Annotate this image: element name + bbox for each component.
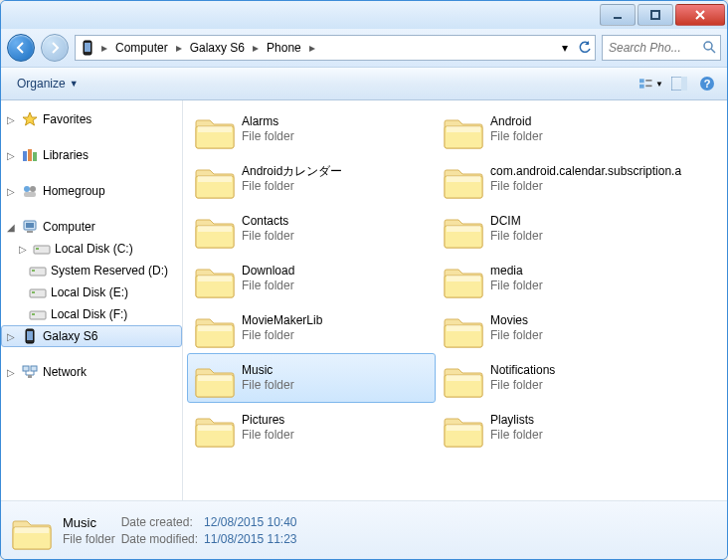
folder-icon (443, 407, 484, 449)
folder-item[interactable]: PlaylistsFile folder (436, 403, 684, 453)
folder-icon (194, 307, 236, 349)
folder-type: File folder (242, 279, 294, 293)
organize-button[interactable]: Organize ▼ (9, 73, 87, 94)
folder-name: Android (490, 114, 543, 129)
sidebar-drive-c[interactable]: ▷Local Disk (C:) (1, 238, 182, 260)
titlebar[interactable] (1, 1, 727, 29)
toolbar: Organize ▼ ▼ ? (1, 67, 727, 100)
folder-item[interactable]: ContactsFile folder (187, 204, 436, 254)
search-icon (702, 40, 716, 57)
sidebar-drive-e[interactable]: Local Disk (E:) (1, 281, 182, 303)
folder-item[interactable]: MovieMakerLibFile folder (187, 303, 436, 353)
address-dropdown-button[interactable]: ▾ (555, 37, 575, 59)
folder-icon (194, 407, 236, 449)
forward-button[interactable] (41, 34, 69, 62)
folder-icon (443, 307, 484, 349)
address-bar[interactable]: ▸ Computer ▸ Galaxy S6 ▸ Phone ▸ ▾ (75, 35, 596, 61)
details-created-value: 12/08/2015 10:40 (204, 515, 296, 529)
folder-item[interactable]: mediaFile folder (436, 254, 684, 303)
chevron-right-icon[interactable]: ▷ (5, 114, 17, 125)
network-icon (21, 364, 39, 380)
chevron-right-icon[interactable]: ▷ (5, 150, 17, 161)
chevron-right-icon[interactable]: ▷ (5, 367, 17, 378)
drive-icon (29, 306, 47, 322)
search-input[interactable] (607, 40, 702, 56)
sidebar-phone[interactable]: ▷Galaxy S6 (1, 325, 182, 347)
folder-type: File folder (242, 428, 294, 443)
folder-name: Contacts (242, 214, 294, 229)
folder-item[interactable]: NotificationsFile folder (436, 353, 684, 403)
sidebar-libraries[interactable]: ▷Libraries (1, 144, 182, 166)
svg-rect-22 (645, 86, 651, 88)
homegroup-icon (21, 183, 39, 199)
folder-item[interactable]: DownloadFile folder (187, 254, 436, 303)
sidebar-drive-d[interactable]: System Reserved (D:) (1, 260, 182, 281)
details-name: Music (63, 515, 115, 530)
svg-point-18 (704, 42, 712, 50)
sidebar-favorites[interactable]: ▷Favorites (1, 108, 182, 130)
svg-rect-21 (645, 80, 651, 82)
search-box[interactable] (602, 35, 721, 61)
folder-type: File folder (490, 179, 681, 194)
chevron-down-icon[interactable]: ◢ (5, 222, 17, 233)
folder-icon (194, 258, 236, 299)
folder-item[interactable]: MoviesFile folder (436, 303, 684, 353)
folder-type: File folder (242, 378, 294, 393)
breadcrumb-folder[interactable]: Phone (261, 39, 307, 57)
svg-text:?: ? (704, 78, 711, 90)
phone-icon (78, 38, 97, 58)
breadcrumb-device[interactable]: Galaxy S6 (184, 39, 251, 57)
folder-item[interactable]: AndroidFile folder (436, 104, 684, 154)
chevron-right-icon[interactable]: ▸ (174, 41, 184, 55)
svg-rect-24 (681, 77, 687, 91)
folder-content[interactable]: AlarmsFile folderAndroidFile folderAndro… (183, 100, 727, 500)
chevron-right-icon[interactable]: ▷ (5, 331, 17, 342)
refresh-button[interactable] (575, 37, 595, 59)
chevron-right-icon[interactable]: ▷ (5, 186, 17, 197)
close-button[interactable] (675, 4, 725, 26)
folder-type: File folder (490, 378, 555, 393)
folder-name: Movies (490, 313, 543, 328)
minimize-button[interactable] (600, 4, 636, 26)
folder-item[interactable]: DCIMFile folder (436, 204, 684, 254)
chevron-down-icon: ▼ (70, 79, 79, 89)
folder-item[interactable]: AndroidカレンダーFile folder (187, 154, 436, 204)
folder-item[interactable]: AlarmsFile folder (187, 104, 436, 154)
chevron-right-icon[interactable]: ▸ (307, 41, 317, 55)
chevron-right-icon[interactable]: ▸ (251, 41, 261, 55)
folder-type: File folder (242, 129, 294, 144)
sidebar-drive-f[interactable]: Local Disk (F:) (1, 303, 182, 325)
folder-name: media (490, 264, 543, 279)
breadcrumb-computer[interactable]: Computer (109, 39, 174, 57)
sidebar-homegroup[interactable]: ▷Homegroup (1, 180, 182, 202)
sidebar: ▷Favorites ▷Libraries ▷Homegroup ◢Comput… (1, 100, 183, 500)
folder-name: Notifications (490, 363, 555, 378)
folder-type: File folder (242, 229, 294, 244)
chevron-right-icon[interactable]: ▷ (17, 244, 29, 255)
folder-icon (443, 357, 484, 399)
phone-icon (21, 328, 39, 344)
folder-icon (11, 509, 53, 551)
folder-item[interactable]: PicturesFile folder (187, 403, 436, 453)
drive-icon (33, 241, 51, 257)
libraries-icon (21, 147, 39, 163)
details-created-label: Date created: (121, 515, 198, 529)
sidebar-computer[interactable]: ◢Computer (1, 216, 182, 238)
folder-name: Androidカレンダー (242, 164, 342, 179)
folder-item[interactable]: com.android.calendar.subscription.aFile … (436, 154, 684, 204)
maximize-button[interactable] (637, 4, 673, 26)
view-options-button[interactable]: ▼ (639, 72, 663, 95)
folder-type: File folder (242, 179, 342, 194)
back-button[interactable] (7, 34, 35, 62)
chevron-right-icon[interactable]: ▸ (99, 41, 109, 55)
preview-pane-button[interactable] (667, 72, 691, 95)
drive-icon (29, 284, 47, 300)
folder-name: Playlists (490, 413, 543, 428)
folder-icon (443, 208, 484, 250)
help-button[interactable]: ? (695, 72, 719, 95)
sidebar-network[interactable]: ▷Network (1, 361, 182, 383)
folder-item[interactable]: MusicFile folder (187, 353, 436, 403)
folder-icon (194, 158, 236, 200)
folder-type: File folder (242, 328, 322, 343)
svg-rect-16 (614, 17, 622, 19)
